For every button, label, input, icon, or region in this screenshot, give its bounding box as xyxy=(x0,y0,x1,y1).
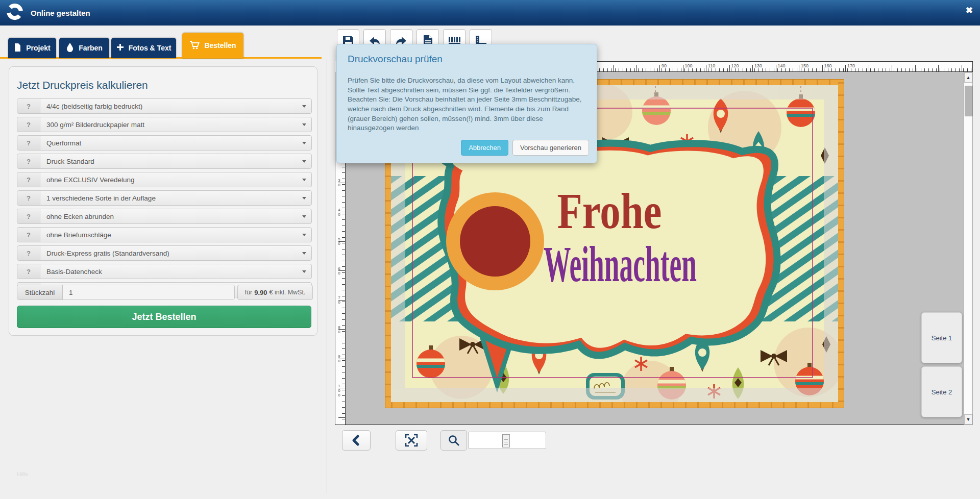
ruler-number: 170 xyxy=(847,63,855,68)
help-button[interactable]: ? xyxy=(17,191,40,205)
ruler-number: 40 xyxy=(337,208,341,217)
ruler-number: 80 xyxy=(337,325,341,334)
quantity-input[interactable] xyxy=(63,285,234,300)
tab-label: Farben xyxy=(79,44,103,52)
dialog-title: Druckvorschau prüfen xyxy=(348,54,586,65)
vertical-scrollbar[interactable]: ▲ ▼ xyxy=(964,72,973,425)
option-value: 4/4c (beidseitig farbig bedruckt) xyxy=(40,103,142,110)
chevron-down-icon xyxy=(302,215,306,218)
top-navbar: Online gestalten ✖ xyxy=(0,0,980,26)
option-dropdown[interactable]: ?Basis-Datencheck xyxy=(17,264,312,279)
ruler-number: 100 xyxy=(685,63,693,68)
price-calculator-panel: Jetzt Druckpreis kalkulieren ?4/4c (beid… xyxy=(9,66,317,336)
scroll-up-icon[interactable]: ▲ xyxy=(964,72,972,83)
help-button[interactable]: ? xyxy=(17,99,40,113)
option-value: Druck Standard xyxy=(40,158,94,165)
panel-divider xyxy=(327,59,327,493)
help-button[interactable]: ? xyxy=(17,209,40,223)
option-dropdown[interactable]: ?Druck Standard xyxy=(17,154,312,169)
ruler-number: 120 xyxy=(731,63,739,68)
ruler-number: 150 xyxy=(801,63,808,68)
help-button[interactable]: ? xyxy=(17,136,40,150)
option-value: ohne Ecken abrunden xyxy=(40,213,114,220)
help-button[interactable]: ? xyxy=(17,117,40,132)
back-button[interactable] xyxy=(342,430,371,451)
option-dropdown[interactable]: ?Querformat xyxy=(17,135,312,151)
price-value: 9.90 xyxy=(254,289,267,296)
plus-icon xyxy=(116,43,124,53)
dialog-text-1: Prüfen Sie bitte die Druckvorschau, da d… xyxy=(348,76,586,95)
fit-screen-icon xyxy=(404,433,419,447)
ruler-number: 100 xyxy=(337,384,341,397)
help-button[interactable]: ? xyxy=(17,172,40,187)
option-value: ohne Briefumschläge xyxy=(40,231,111,239)
option-value: Druck-Express gratis (Standardversand) xyxy=(40,250,169,257)
scroll-down-icon[interactable]: ▼ xyxy=(964,414,972,425)
zoom-button[interactable] xyxy=(440,430,467,451)
close-icon[interactable]: ✖ xyxy=(966,5,973,16)
generate-preview-button[interactable]: Vorschau generieren xyxy=(512,140,589,156)
help-button[interactable]: ? xyxy=(17,246,40,260)
option-dropdown[interactable]: ?Druck-Express gratis (Standardversand) xyxy=(17,245,312,261)
tab-farben[interactable]: Farben xyxy=(59,38,109,58)
tab-label: Bestellen xyxy=(204,41,236,49)
price-display: für 9.90 € inkl. MwSt. xyxy=(237,285,313,300)
document-icon xyxy=(14,43,21,54)
chevron-down-icon xyxy=(302,160,306,163)
option-dropdown[interactable]: ?1 verschiedene Sorte in der Auflage xyxy=(17,190,312,206)
ruler-number: 90 xyxy=(662,63,667,68)
page-button-2[interactable]: Seite 2 xyxy=(921,366,962,417)
chevron-down-icon xyxy=(302,142,306,144)
option-dropdown[interactable]: ?ohne Briefumschläge xyxy=(17,227,312,242)
chevron-left-icon xyxy=(351,434,362,446)
card-text-line1[interactable]: Frohe xyxy=(557,183,662,239)
quantity-box: Stückzahl xyxy=(17,285,235,300)
option-value: 300 g/m² Bilderdruckpapier matt xyxy=(40,121,144,129)
option-value: ohne EXCLUSIV Veredelung xyxy=(40,176,135,184)
option-list: ?4/4c (beidseitig farbig bedruckt)?300 g… xyxy=(9,98,317,297)
option-dropdown[interactable]: ?4/4c (beidseitig farbig bedruckt) xyxy=(17,98,312,114)
scrollbar-thumb[interactable] xyxy=(965,86,973,116)
tab-fotos-text[interactable]: Fotos & Text xyxy=(111,38,176,58)
print-preview-dialog: Druckvorschau prüfen Prüfen Sie bitte di… xyxy=(336,44,597,163)
cancel-button[interactable]: Abbrechen xyxy=(461,140,508,156)
option-value: 1 verschiedene Sorte in der Auflage xyxy=(40,194,156,202)
tab-bestellen[interactable]: Bestellen xyxy=(182,33,243,58)
ruler-number: 90 xyxy=(337,354,341,363)
option-value: Basis-Datencheck xyxy=(40,268,102,276)
fit-screen-button[interactable] xyxy=(396,430,427,451)
ruler-number: 140 xyxy=(778,63,786,68)
page-button-1[interactable]: Seite 1 xyxy=(921,312,962,363)
app-title: Online gestalten xyxy=(31,9,90,17)
help-hint: Hilfe xyxy=(17,471,28,477)
ruler-number: 60 xyxy=(337,266,341,276)
chevron-down-icon xyxy=(302,197,306,199)
chevron-down-icon xyxy=(302,179,306,181)
chevron-down-icon xyxy=(302,252,306,255)
help-button[interactable]: ? xyxy=(17,228,40,242)
ruler-number: 30 xyxy=(337,178,341,187)
option-dropdown[interactable]: ?ohne EXCLUSIV Veredelung xyxy=(17,172,312,187)
ruler-number: 70 xyxy=(337,295,341,305)
ruler-number: 130 xyxy=(754,63,762,68)
help-button[interactable]: ? xyxy=(17,154,40,168)
app-logo-icon xyxy=(6,3,23,22)
chevron-down-icon xyxy=(302,234,306,236)
tab-projekt[interactable]: Projekt xyxy=(8,38,56,58)
order-button[interactable]: Jetzt Bestellen xyxy=(17,306,311,328)
price-suffix: € inkl. MwSt. xyxy=(270,289,306,296)
help-button[interactable]: ? xyxy=(17,264,40,279)
zoom-slider[interactable] xyxy=(468,432,546,449)
magnifier-icon xyxy=(447,434,460,447)
zoom-slider-thumb[interactable] xyxy=(502,434,510,447)
chevron-down-icon xyxy=(302,123,306,126)
panel-title: Jetzt Druckpreis kalkulieren xyxy=(17,79,317,91)
chevron-down-icon xyxy=(302,105,306,108)
option-value: Querformat xyxy=(40,139,81,147)
option-dropdown[interactable]: ?300 g/m² Bilderdruckpapier matt xyxy=(17,117,312,132)
card-text-line2[interactable]: Weihnachten xyxy=(544,236,697,292)
tab-label: Fotos & Text xyxy=(129,44,172,52)
option-dropdown[interactable]: ?ohne Ecken abrunden xyxy=(17,209,312,224)
ruler-number: 110 xyxy=(708,63,715,68)
cart-icon xyxy=(189,40,200,51)
